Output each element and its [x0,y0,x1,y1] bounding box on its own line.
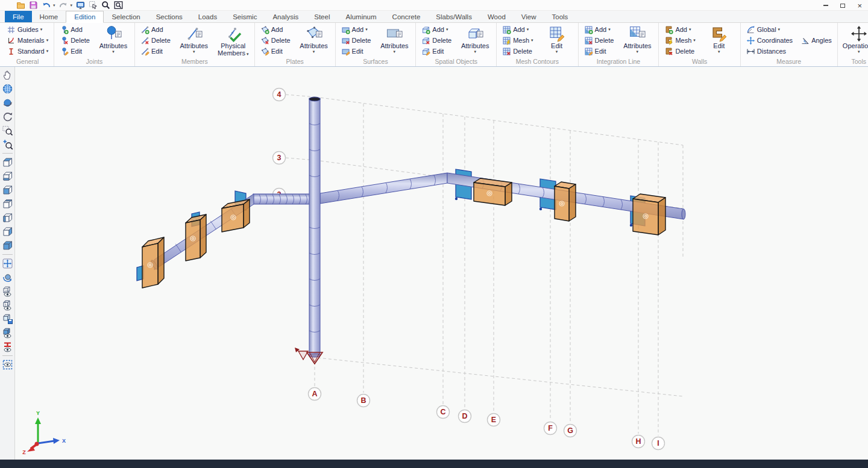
tab-loads[interactable]: Loads [190,11,225,22]
tools-operations-button[interactable]: Operations▾ [842,25,868,54]
walls-delete-button[interactable]: Delete [663,46,696,56]
undo-button[interactable] [41,1,51,10]
tab-view[interactable]: View [514,11,544,22]
tab-tools[interactable]: Tools [544,11,576,22]
plate-edit-icon [260,47,269,56]
joints-attributes-button[interactable]: Attributes▾ [96,25,130,54]
measure-distances-button[interactable]: Distances [745,46,794,56]
open-button[interactable] [16,1,26,10]
undo-dropdown-arrow[interactable]: ▾ [53,3,55,8]
ribbon-group-label: Surfaces [340,57,412,66]
tab-wood[interactable]: Wood [480,11,514,22]
joints-delete-button[interactable]: Delete [58,36,91,45]
tool-pan[interactable] [1,69,14,81]
tool-globe-view[interactable] [1,83,14,95]
tool-view-back[interactable] [1,198,14,210]
button-label: Attributes [623,42,651,49]
model-viewport[interactable]: 432ABCDEFGHI [15,67,868,460]
members-physical-members-button[interactable]: Physical Members ▾ [216,25,250,57]
general-guides-button[interactable]: Guides▾ [5,25,49,34]
zoom-region-button[interactable] [113,1,124,10]
measure-coordinates-button[interactable]: Coordinates [745,36,794,45]
members-edit-button[interactable]: Edit [139,46,172,56]
walls-add-button[interactable]: Add▾ [663,25,696,34]
tool-view-front[interactable] [1,184,14,196]
restore-button[interactable] [840,4,845,8]
tool-display-saved-view[interactable] [1,313,14,325]
tool-rotate-view[interactable] [1,110,14,123]
tool-display-solid[interactable] [1,326,14,339]
minimize-button[interactable] [823,5,828,6]
spatial-objects-add-button[interactable]: Add▾ [420,25,453,34]
tab-sections[interactable]: Sections [148,11,190,22]
plates-delete-button[interactable]: Delete [259,36,292,45]
display-settings-button[interactable] [75,1,86,10]
plates-attributes-button[interactable]: Attributes▾ [297,25,331,54]
tool-display-wireframe[interactable] [1,285,14,298]
mesh-contours-mesh-button[interactable]: Mesh▾ [501,36,534,45]
tab-file[interactable]: File [5,11,32,22]
tool-view-bottom[interactable] [1,170,14,183]
tab-selection[interactable]: Selection [104,11,148,22]
close-button[interactable]: × [857,2,862,10]
tool-view-right[interactable] [1,225,14,238]
redo-dropdown-arrow[interactable]: ▾ [71,3,73,8]
general-materials-button[interactable]: Materials▾ [5,36,49,45]
axis-triad: YXZ [22,410,66,455]
spatial-objects-edit-button[interactable]: Edit [420,46,453,56]
tab-slabs-walls[interactable]: Slabs/Walls [428,11,480,22]
plates-edit-button[interactable]: Edit [259,46,292,56]
surfaces-delete-button[interactable]: Delete [340,36,373,45]
surfaces-add-button[interactable]: Add▾ [340,25,373,34]
tool-view-left[interactable] [1,211,14,224]
joints-add-button[interactable]: Add [58,25,91,34]
tool-display-hidden-lines[interactable] [1,299,14,311]
tab-aluminum[interactable]: Aluminum [338,11,384,22]
integration-line-attributes-button[interactable]: Attributes▾ [620,25,654,54]
integration-line-add-button[interactable]: Add▾ [583,25,615,34]
surfaces-edit-button[interactable]: Edit [340,46,373,56]
members-attributes-button[interactable]: Attributes▾ [177,25,211,54]
surfaces-attributes-button[interactable]: Attributes▾ [377,25,411,54]
grid-bubble-E: E [488,414,500,426]
mesh-contours-delete-button[interactable]: Delete [501,46,534,56]
measure-angles-button[interactable]: Angles [799,36,833,45]
tool-display-selection[interactable] [1,358,14,371]
tab-concrete[interactable]: Concrete [385,11,429,22]
walls-mesh-button[interactable]: Mesh▾ [663,36,696,45]
tool-zoom-in[interactable] [1,138,14,151]
general-standard-button[interactable]: Standard▾ [5,46,49,56]
save-button[interactable] [28,1,39,10]
tool-rotate-object[interactable] [1,271,14,284]
tab-home[interactable]: Home [32,11,66,22]
tab-steel[interactable]: Steel [306,11,338,22]
members-delete-button[interactable]: Delete [139,36,172,45]
tab-seismic[interactable]: Seismic [225,11,265,22]
member-delete-icon [140,36,149,45]
tool-move[interactable] [1,257,14,270]
integration-line-delete-button[interactable]: Delete [583,36,615,45]
mesh-contours-edit-button[interactable]: Edit▾ [540,25,574,54]
plates-add-button[interactable]: Add [259,25,292,34]
window-controls: × [823,0,862,11]
ribbon-group-measure: Global▾CoordinatesDistancesAnglesMeasure [741,23,838,66]
tool-zoom-window[interactable] [1,124,14,137]
selection-tool-button[interactable] [88,1,98,10]
tool-orbit[interactable] [1,96,14,109]
search-button[interactable] [101,1,111,10]
tab-analysis[interactable]: Analysis [265,11,306,22]
tool-view-isometric[interactable] [1,239,14,252]
tool-display-sections[interactable] [1,340,14,353]
spatial-objects-delete-button[interactable]: Delete [420,36,453,45]
integration-line-edit-button[interactable]: Edit [583,46,615,56]
mesh-contours-add-button[interactable]: Add▾ [501,25,534,34]
joints-edit-button[interactable]: Edit [58,46,91,56]
tool-view-top[interactable] [1,156,14,169]
walls-edit-button[interactable]: Edit▾ [702,25,736,54]
spatial-objects-attributes-button[interactable]: Attributes▾ [458,25,492,54]
members-add-button[interactable]: Add [139,25,172,34]
measure-coordinates-icon [746,36,755,45]
measure-global-button[interactable]: Global▾ [745,25,794,34]
tab-edition[interactable]: Edition [66,11,104,23]
redo-button[interactable] [58,1,69,10]
